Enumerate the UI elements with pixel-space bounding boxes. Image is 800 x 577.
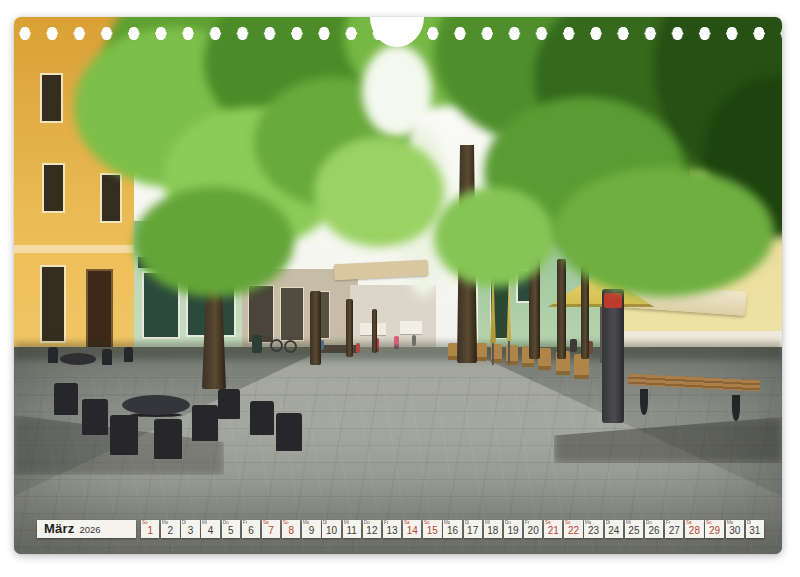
weekday-abbrev: Mo	[444, 520, 450, 525]
tree-canopy	[134, 187, 294, 297]
tree-trunk	[310, 291, 321, 365]
cafe-chair-dark	[276, 413, 302, 451]
cafe-table-dark	[60, 353, 96, 365]
day-cell: Do 19	[504, 520, 522, 538]
day-cell: Sa 7	[262, 520, 280, 538]
cafe-chair-dark	[124, 347, 133, 362]
bicycle-wheel	[270, 339, 283, 352]
day-cell: So 1	[141, 520, 159, 538]
day-cell: Mo 30	[726, 520, 744, 538]
bench-leg	[732, 395, 740, 421]
day-cell: So 15	[423, 520, 441, 538]
tree-canopy	[434, 187, 554, 287]
weekday-abbrev: Mo	[727, 520, 733, 525]
weekday-abbrev: So	[283, 520, 289, 525]
day-cell: Mi 4	[201, 520, 219, 538]
building-door	[86, 269, 113, 351]
cafe-guest	[570, 339, 577, 352]
day-number: 8	[288, 525, 294, 538]
weekday-abbrev: Mo	[162, 520, 168, 525]
day-number: 9	[309, 525, 315, 538]
weekday-abbrev: Mi	[202, 520, 207, 525]
weekday-abbrev: Mo	[585, 520, 591, 525]
info-pillar-sign	[604, 293, 622, 308]
weekday-abbrev: Di	[182, 520, 186, 525]
day-number: 16	[447, 525, 458, 538]
tree-trunk	[557, 259, 566, 359]
calendar-product-shot: März 2026 So 1 Mo 2 Di	[0, 0, 800, 577]
pedestrian	[412, 335, 416, 346]
day-number: 6	[248, 525, 254, 538]
day-cell: Do 5	[222, 520, 240, 538]
day-number: 23	[588, 525, 599, 538]
cafe-chair-dark	[54, 383, 78, 415]
day-cell: Mo 23	[584, 520, 602, 538]
day-cell: Fr 6	[242, 520, 260, 538]
day-number: 12	[366, 525, 377, 538]
weekday-abbrev: Do	[505, 520, 511, 525]
day-cell: So 8	[282, 520, 300, 538]
weekday-abbrev: Do	[646, 520, 652, 525]
info-pillar	[602, 289, 624, 423]
cafe-chair-dark	[82, 399, 108, 435]
tree-trunk	[372, 309, 377, 353]
day-cell: Mi 11	[343, 520, 361, 538]
cafe-chair-dark	[154, 419, 182, 459]
pedestrian	[394, 336, 399, 349]
day-cells-row: So 1 Mo 2 Di 3 Mi 4	[141, 520, 764, 538]
day-cell: Di 31	[746, 520, 764, 538]
weekday-abbrev: Di	[747, 520, 751, 525]
window	[40, 265, 66, 343]
trash-bin	[252, 335, 262, 353]
day-cell: Mo 16	[443, 520, 461, 538]
day-number: 10	[326, 525, 337, 538]
day-cell: So 22	[564, 520, 582, 538]
window	[42, 163, 65, 213]
weekday-abbrev: Fr	[243, 520, 247, 525]
weekday-abbrev: So	[706, 520, 712, 525]
day-number: 27	[669, 525, 680, 538]
calendar-page-photo: März 2026 So 1 Mo 2 Di	[14, 17, 782, 554]
weekday-abbrev: Sa	[263, 520, 269, 525]
day-number: 7	[268, 525, 274, 538]
day-cell: Sa 21	[544, 520, 562, 538]
day-cell: Do 12	[363, 520, 381, 538]
day-number: 17	[467, 525, 478, 538]
day-number: 18	[487, 525, 498, 538]
weekday-abbrev: So	[565, 520, 571, 525]
cafe-chair-wood	[476, 343, 487, 361]
sky-gap	[362, 45, 432, 137]
tree-trunk	[346, 299, 353, 357]
day-cell: Fr 13	[383, 520, 401, 538]
day-number: 22	[568, 525, 579, 538]
weekday-abbrev: Di	[465, 520, 469, 525]
bicycle-wheel	[284, 340, 297, 353]
month-name: März	[44, 520, 74, 538]
day-number: 15	[427, 525, 438, 538]
storefront-glass	[280, 287, 304, 341]
weekday-abbrev: Fr	[525, 520, 529, 525]
weekday-abbrev: Fr	[384, 520, 388, 525]
weekday-abbrev: Do	[223, 520, 229, 525]
day-cell: Fr 20	[524, 520, 542, 538]
day-number: 4	[208, 525, 214, 538]
day-cell: Sa 28	[685, 520, 703, 538]
weekday-abbrev: Sa	[404, 520, 410, 525]
day-cell: Mo 2	[161, 520, 179, 538]
day-cell: Di 24	[605, 520, 623, 538]
day-number: 5	[228, 525, 234, 538]
day-cell: Mo 9	[302, 520, 320, 538]
weekday-abbrev: Mo	[303, 520, 309, 525]
bench-leg	[640, 389, 648, 415]
day-cell: Di 17	[464, 520, 482, 538]
day-cell: So 29	[705, 520, 723, 538]
day-number: 30	[729, 525, 740, 538]
day-number: 21	[548, 525, 559, 538]
weekday-abbrev: Mi	[485, 520, 490, 525]
cafe-chair-dark	[218, 389, 240, 419]
day-cell: Di 3	[181, 520, 199, 538]
cafe-chair-wood	[448, 343, 458, 360]
weekday-abbrev: Sa	[545, 520, 551, 525]
weekday-abbrev: Di	[606, 520, 610, 525]
pedestrian	[356, 343, 360, 353]
